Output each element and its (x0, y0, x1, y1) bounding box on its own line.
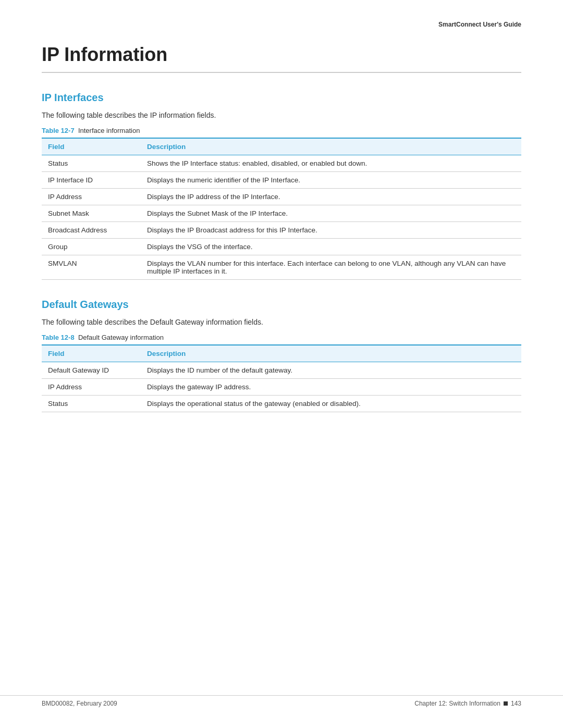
table-row: IP AddressDisplays the gateway IP addres… (42, 379, 521, 396)
table-row: GroupDisplays the VSG of the interface. (42, 239, 521, 255)
description-cell: Displays the VLAN number for this interf… (141, 255, 521, 280)
footer-page-number: 143 (511, 700, 521, 707)
table-row: SMVLANDisplays the VLAN number for this … (42, 255, 521, 280)
table-row: IP Interface IDDisplays the numeric iden… (42, 172, 521, 189)
description-cell: Displays the VSG of the interface. (141, 239, 521, 255)
table-row: Subnet MaskDisplays the Subnet Mask of t… (42, 205, 521, 222)
col-description-2: Description (141, 345, 521, 362)
table-name-1: Interface information (76, 127, 140, 134)
description-cell: Displays the gateway IP address. (141, 379, 521, 396)
page-content: IP Information IP Interfaces The followi… (0, 39, 563, 443)
description-cell: Displays the IP Broadcast address for th… (141, 222, 521, 239)
page-title: IP Information (42, 44, 521, 73)
section-ip-interfaces: IP Interfaces The following table descri… (42, 92, 521, 280)
section-heading-default-gateways: Default Gateways (42, 299, 521, 311)
footer-right: Chapter 12: Switch Information 143 (414, 700, 521, 707)
table-row: Broadcast AddressDisplays the IP Broadca… (42, 222, 521, 239)
col-field-1: Field (42, 138, 141, 155)
section-description-default-gateways: The following table describes the Defaul… (42, 318, 521, 326)
col-description-1: Description (141, 138, 521, 155)
field-cell: IP Address (42, 189, 141, 205)
description-cell: Displays the operational status of the g… (141, 396, 521, 412)
description-cell: Displays the Subnet Mask of the IP Inter… (141, 205, 521, 222)
description-cell: Shows the IP Interface status: enabled, … (141, 155, 521, 172)
col-field-2: Field (42, 345, 141, 362)
description-cell: Displays the ID number of the default ga… (141, 362, 521, 379)
table-row: Default Gateway IDDisplays the ID number… (42, 362, 521, 379)
description-cell: Displays the IP address of the IP Interf… (141, 189, 521, 205)
page-header: SmartConnect User's Guide (0, 0, 563, 39)
table-label-2: Table 12-8 (42, 334, 75, 341)
field-cell: Status (42, 396, 141, 412)
table-label-1: Table 12-7 (42, 127, 75, 134)
table-caption-2: Table 12-8 Default Gateway information (42, 334, 521, 341)
table-header-row-2: Field Description (42, 345, 521, 362)
table-row: StatusShows the IP Interface status: ena… (42, 155, 521, 172)
description-cell: Displays the numeric identifier of the I… (141, 172, 521, 189)
page-footer: BMD00082, February 2009 Chapter 12: Swit… (0, 695, 563, 707)
header-title: SmartConnect User's Guide (438, 21, 521, 28)
section-heading-ip-interfaces: IP Interfaces (42, 92, 521, 104)
field-cell: Status (42, 155, 141, 172)
table-ip-interfaces: Field Description StatusShows the IP Int… (42, 138, 521, 280)
table-default-gateways: Field Description Default Gateway IDDisp… (42, 344, 521, 412)
table-row: StatusDisplays the operational status of… (42, 396, 521, 412)
footer-chapter: Chapter 12: Switch Information (414, 700, 500, 707)
field-cell: Group (42, 239, 141, 255)
field-cell: SMVLAN (42, 255, 141, 280)
footer-square-icon (504, 701, 508, 706)
footer-left: BMD00082, February 2009 (42, 700, 117, 707)
table-header-row-1: Field Description (42, 138, 521, 155)
table-row: IP AddressDisplays the IP address of the… (42, 189, 521, 205)
field-cell: Default Gateway ID (42, 362, 141, 379)
field-cell: IP Address (42, 379, 141, 396)
section-default-gateways: Default Gateways The following table des… (42, 299, 521, 412)
table-name-2: Default Gateway information (76, 334, 164, 341)
section-description-ip-interfaces: The following table describes the IP inf… (42, 111, 521, 119)
field-cell: Broadcast Address (42, 222, 141, 239)
table-caption-1: Table 12-7 Interface information (42, 127, 521, 134)
field-cell: IP Interface ID (42, 172, 141, 189)
field-cell: Subnet Mask (42, 205, 141, 222)
